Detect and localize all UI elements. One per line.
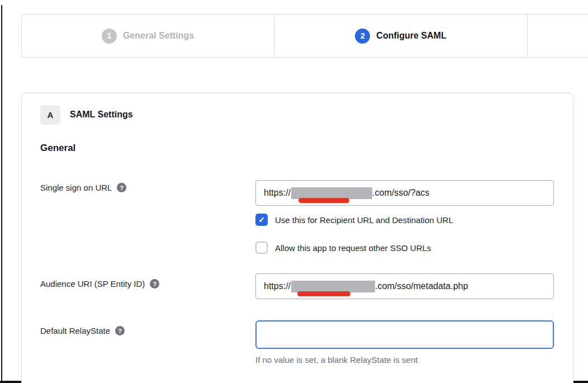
- recipient-url-checkbox-label: Use this for Recipient URL and Destinati…: [275, 215, 453, 225]
- saml-config-screen: 1 General Settings 2 Configure SAML A SA…: [0, 0, 588, 383]
- redaction-block: [291, 187, 372, 199]
- recipient-url-checkbox[interactable]: ✓: [255, 214, 268, 226]
- url-prefix: https://: [264, 281, 291, 291]
- wizard-stepper: 1 General Settings 2 Configure SAML: [21, 14, 588, 58]
- relaystate-label: Default RelayState: [40, 326, 110, 335]
- audience-uri-input[interactable]: https:// .com/sso/metadata.php ,: [255, 273, 554, 299]
- screenshot-left-edge: [1, 5, 2, 383]
- help-icon[interactable]: ?: [150, 279, 159, 289]
- url-suffix: .com/sso/?acs: [372, 188, 429, 198]
- url-suffix: .com/sso/metadata.php: [375, 281, 468, 291]
- relaystate-input[interactable]: [255, 320, 554, 349]
- other-sso-urls-checkbox[interactable]: [255, 242, 268, 254]
- saml-settings-panel: A SAML Settings General Single sign on U…: [21, 93, 573, 383]
- other-sso-urls-checkbox-label: Allow this app to request other SSO URLs: [275, 243, 431, 253]
- audience-uri-label: Audience URI (SP Entity ID): [40, 279, 145, 289]
- recipient-url-checkbox-row: ✓ Use this for Recipient URL and Destina…: [255, 214, 453, 226]
- check-icon: ✓: [258, 215, 265, 224]
- red-marker-annotation: [298, 198, 349, 203]
- help-icon[interactable]: ?: [115, 326, 125, 335]
- step-number-badge: 2: [355, 29, 370, 44]
- panel-title: SAML Settings: [70, 110, 133, 120]
- help-icon[interactable]: ?: [117, 183, 126, 192]
- sso-url-label-row: Single sign on URL ?: [40, 183, 126, 192]
- red-marker-annotation: [297, 291, 350, 296]
- step-next-truncated: [528, 15, 588, 57]
- other-sso-urls-checkbox-row: Allow this app to request other SSO URLs: [255, 242, 431, 254]
- relaystate-label-row: Default RelayState ?: [40, 326, 125, 335]
- audience-uri-label-row: Audience URI (SP Entity ID) ?: [40, 279, 159, 289]
- sso-url-input[interactable]: https:// .com/sso/?acs ,: [255, 180, 554, 206]
- step-general-settings[interactable]: 1 General Settings: [22, 15, 274, 57]
- url-prefix: https://: [264, 188, 291, 198]
- redaction-block: [291, 281, 375, 292]
- sso-url-label: Single sign on URL: [40, 183, 112, 192]
- step-label: Configure SAML: [376, 31, 446, 41]
- relaystate-helper-text: If no value is set, a blank RelayState i…: [255, 355, 418, 365]
- general-section-heading: General: [40, 143, 75, 154]
- step-number-badge: 1: [102, 29, 117, 44]
- step-label: General Settings: [123, 31, 194, 41]
- step-configure-saml[interactable]: 2 Configure SAML: [274, 15, 528, 57]
- section-a-badge: A: [40, 105, 60, 125]
